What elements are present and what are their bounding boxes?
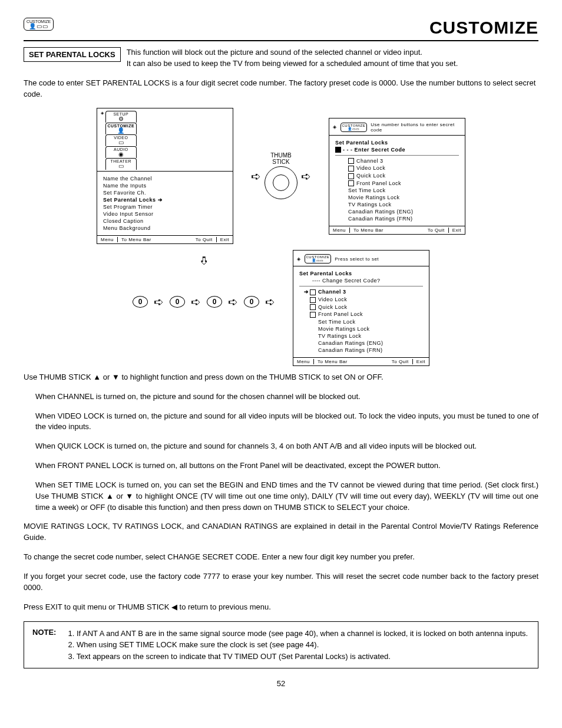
osd-tab: VIDEO▭: [105, 134, 137, 146]
section-label: SET PARENTAL LOCKS: [24, 47, 121, 62]
osd1-tabs: ◈ SETUP⚙CUSTOMIZE👤VIDEO▭AUDIO◉THEATER▭: [97, 111, 233, 172]
arrow-right-icon: ➪: [191, 295, 201, 309]
note-item: 2. When using SET TIME LOCK make sure th…: [68, 639, 530, 651]
diagram-row-2: ➪ 0 ➪ 0 ➪ 0 ➪ 0 ➪ ◈ CUSTOMIZE👤▭▭ Press s…: [24, 250, 538, 366]
badge-icons: 👤▭▭: [29, 24, 48, 29]
customize-mini-badge: CUSTOMIZE👤▭▭: [340, 123, 368, 132]
secret-code-entry: 0 ➪ 0 ➪ 0 ➪ 0 ➪: [133, 295, 275, 309]
osd-menu-item: Video Input Sensor: [103, 210, 227, 218]
osd-lock-item: Front Panel Lock: [335, 180, 459, 187]
enter-code-line: * - - - Enter Secret Code: [335, 146, 459, 153]
osd-lock-item: Set Time Lock: [299, 318, 423, 325]
note-label: NOTE:: [32, 628, 56, 663]
osd-menu-item: Closed Caption: [103, 218, 227, 225]
note-box: NOTE: 1. If ANT A and ANT B are in the s…: [24, 621, 538, 669]
paragraph-code-info: The code to enter SET PARENTAL LOCKS is …: [24, 78, 538, 100]
osd-tab: AUDIO◉: [105, 146, 137, 158]
page-number: 52: [24, 679, 538, 688]
arrow-right-icon: ➪: [154, 295, 164, 309]
osd-lock-item: Quick Lock: [299, 304, 423, 311]
arrow-right-icon: ➪: [265, 295, 275, 309]
paragraph-video-lock: When VIDEO LOCK is turned on, the pictur…: [35, 411, 538, 433]
osd-tab: CUSTOMIZE👤: [105, 123, 137, 134]
paragraph-forget-code: If you forget your secret code, use the …: [24, 571, 538, 594]
osd-lock-item: Set Time Lock: [335, 187, 459, 194]
title-rule: [24, 40, 538, 41]
osd-lock-item: Front Panel Lock: [299, 311, 423, 318]
osd-tab: THEATER▭: [105, 158, 137, 170]
osd-menu-item: Set Parental Locks ➔: [103, 196, 227, 203]
osd-customize-menu: ◈ SETUP⚙CUSTOMIZE👤VIDEO▭AUDIO◉THEATER▭ N…: [97, 108, 233, 244]
code-digit: 0: [207, 296, 222, 308]
osd-tab: SETUP⚙: [105, 111, 137, 123]
osd-lock-item: Movie Ratings Lock: [335, 194, 459, 201]
paragraph-ratings: MOVIE RATINGS LOCK, TV RATINGS LOCK, and…: [24, 521, 538, 543]
code-digit: 0: [244, 296, 259, 308]
arrow-down-icon: ➪: [197, 256, 211, 266]
note-item: 3. Text appears on the screen to indicat…: [68, 651, 530, 663]
osd-menu-item: Menu Background: [103, 225, 227, 232]
osd-lock-item: Canadian Ratings (FRN): [335, 215, 459, 222]
osd-lock-item: Canadian Ratings (ENG): [335, 208, 459, 215]
page-title: CUSTOMIZE: [429, 18, 538, 38]
paragraph-exit: Press EXIT to quit menu or THUMB STICK ◀…: [24, 602, 538, 613]
nav-dot: ◈: [297, 256, 301, 262]
arrow-right-icon: ➪: [251, 169, 261, 183]
code-digit: 0: [133, 296, 148, 308]
note-item: 1. If ANT A and ANT B are in the same si…: [68, 628, 530, 640]
osd-lock-item: Video Lock: [335, 164, 459, 172]
paragraph-quick-lock: When QUICK LOCK is turned on, the pictur…: [35, 441, 538, 452]
osd-lock-item: Channel 3: [335, 157, 459, 165]
osd-enter-code: ◈ CUSTOMIZE👤▭▭ Use number buttons to ent…: [329, 118, 465, 235]
osd-menu-item: Name the Channel: [103, 175, 227, 182]
arrow-right-icon: ➪: [228, 295, 238, 309]
nav-dot: ◈: [101, 111, 104, 170]
osd-lock-item: Video Lock: [299, 296, 423, 304]
paragraph-use-thumb: Use THUMB STICK ▲ or ▼ to highlight func…: [24, 372, 538, 383]
osd-lock-item: ➔Channel 3: [299, 288, 423, 296]
code-digit: 0: [170, 296, 185, 308]
osd-menu-item: Set Program Timer: [103, 203, 227, 210]
osd-change-code: ◈ CUSTOMIZE👤▭▭ Press select to set Set P…: [293, 250, 429, 366]
diagram-row-1: ◈ SETUP⚙CUSTOMIZE👤VIDEO▭AUDIO◉THEATER▭ N…: [24, 108, 538, 244]
osd-lock-item: TV Ratings Lock: [299, 332, 423, 340]
paragraph-channel: When CHANNEL is turned on, the picture a…: [35, 391, 538, 403]
arrow-right-icon: ➪: [301, 169, 311, 183]
customize-badge: CUSTOMIZE 👤▭▭: [24, 18, 54, 31]
thumb-stick: THUMB STICK: [265, 152, 297, 200]
osd-menu-item: Set Favorite Ch.: [103, 189, 227, 196]
osd-lock-item: Quick Lock: [335, 172, 459, 180]
osd-lock-item: Canadian Ratings (FRN): [299, 347, 423, 354]
osd-lock-item: Canadian Ratings (ENG): [299, 340, 423, 347]
osd-menu-item: Name the Inputs: [103, 182, 227, 189]
paragraph-change-code: To change the secret code number, select…: [24, 552, 538, 563]
paragraph-front-panel: When FRONT PANEL LOCK is turned on, all …: [35, 460, 538, 472]
customize-mini-badge: CUSTOMIZE👤▭▭: [305, 254, 332, 263]
osd-lock-item: TV Ratings Lock: [335, 201, 459, 208]
nav-dot: ◈: [333, 124, 337, 130]
intro-text: This function will block out the picture…: [127, 47, 538, 70]
paragraph-set-time-lock: When SET TIME LOCK is turned on, you can…: [35, 480, 538, 513]
osd-lock-item: Movie Ratings Lock: [299, 325, 423, 332]
